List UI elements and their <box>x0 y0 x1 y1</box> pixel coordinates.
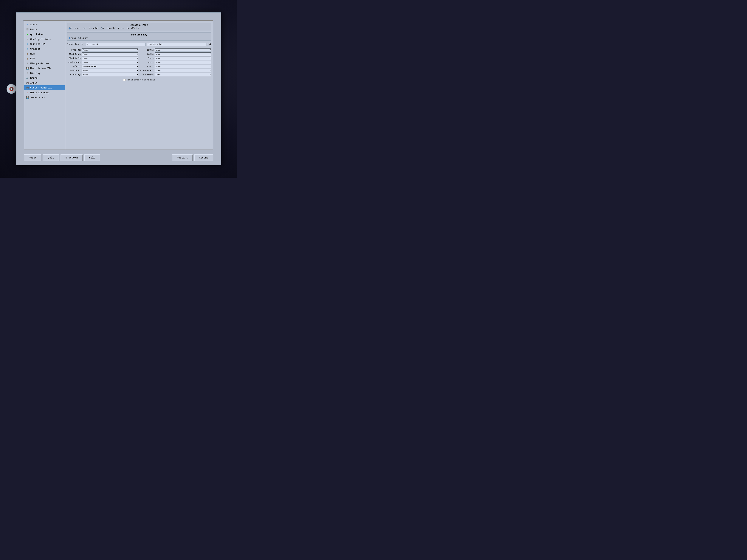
sidebar-item-savestates[interactable]: 💾Savestates <box>24 95 65 100</box>
joystick-option-parallel1[interactable]: 2: Parallel 1 <box>101 27 119 29</box>
radio-diamond-mouse <box>69 27 71 29</box>
radio-diamond-parallel1 <box>101 27 103 29</box>
sidebar-label-hd: Hard drives/CD <box>30 67 51 70</box>
sidebar-label-quickstart: Quickstart <box>30 33 45 36</box>
control-left-select-2[interactable]: None <box>82 57 138 60</box>
control-left-select-4[interactable]: None (HotKey) <box>82 65 138 68</box>
sidebar-item-chipset[interactable]: ⊟Chipset <box>24 47 65 51</box>
sidebar-item-cpu-fpu[interactable]: ⊟CPU and FPU <box>24 42 65 47</box>
input-r-badge: [R] <box>207 43 211 46</box>
control-left-select-0[interactable]: None <box>82 48 138 52</box>
help-button[interactable]: Help <box>84 154 100 161</box>
input-device-label: Input Device: <box>67 43 85 46</box>
input-device-field2[interactable]: USB Joystick <box>147 43 206 46</box>
control-right-2: East:None▼ <box>140 57 211 60</box>
control-left-select-1[interactable]: None <box>82 52 138 56</box>
control-left-dropdown-4[interactable]: None (HotKey)▼ <box>82 65 138 68</box>
control-right-dropdown-2[interactable]: None▼ <box>155 57 211 60</box>
sidebar-item-custom[interactable]: 🎮Custom controls <box>24 85 65 90</box>
sidebar-item-configurations[interactable]: ⊞Configurations <box>24 37 65 42</box>
funckey-option-hotkey[interactable]: HotKey <box>78 37 87 39</box>
sidebar-item-rom[interactable]: ▦ROM <box>24 51 65 56</box>
control-right-dropdown-3[interactable]: None▼ <box>155 61 211 64</box>
control-right-select-1[interactable]: None <box>155 52 211 56</box>
sidebar-item-quickstart[interactable]: ▶Quickstart <box>24 32 65 37</box>
remap-dpad-checkbox[interactable] <box>123 79 126 81</box>
sidebar-label-ram: RAM <box>30 57 34 60</box>
control-right-dropdown-1[interactable]: None▼ <box>155 52 211 56</box>
sidebar-icon-custom: 🎮 <box>26 86 29 89</box>
sidebar-item-hd[interactable]: 💾Hard drives/CD <box>24 66 65 71</box>
joystick-option-joystick[interactable]: 1: Joystick <box>83 27 99 29</box>
control-right-select-0[interactable]: None <box>155 48 211 52</box>
control-right-dropdown-5[interactable]: None▼ <box>155 69 211 72</box>
control-left-dropdown-5[interactable]: None▼ <box>82 69 138 72</box>
reset-button[interactable]: Reset <box>24 154 42 161</box>
control-right-select-4[interactable]: None <box>155 65 211 68</box>
quit-button[interactable]: Quit <box>43 154 59 161</box>
sidebar-icon-misc: ⚙ <box>26 91 29 94</box>
sidebar-label-paths: Paths <box>30 28 37 31</box>
control-left-dropdown-1[interactable]: None▼ <box>82 52 138 56</box>
control-right-dropdown-6[interactable]: None▼ <box>155 73 211 76</box>
sidebar-item-floppy[interactable]: 🖥Floppy drives <box>24 61 65 66</box>
joystick-option-parallel2[interactable]: 3: Parallel 2 <box>121 27 139 29</box>
sidebar-item-paths[interactable]: 🖼Paths <box>24 27 65 32</box>
sidebar-item-display[interactable]: 🖥Display <box>24 71 65 76</box>
sidebar-icon-savestates: 💾 <box>26 96 29 99</box>
control-right-4: Start:None▼ <box>140 65 211 68</box>
control-left-select-3[interactable]: None <box>82 61 138 64</box>
sidebar-item-ram[interactable]: ▦RAM <box>24 56 65 61</box>
bottom-bar: Reset Quit Shutdown Help Restart Resume <box>24 154 213 161</box>
sidebar-icon-input: 🎮 <box>26 81 29 85</box>
control-right-select-3[interactable]: None <box>155 61 211 64</box>
sidebar-icon-chipset: ⊟ <box>26 47 29 51</box>
sidebar-label-input: Input <box>30 82 37 84</box>
sidebar-icon-rom: ▦ <box>26 52 29 55</box>
sidebar-label-sound: Sound <box>30 77 37 80</box>
input-device-field1[interactable]: Microntek <box>86 43 146 46</box>
control-left-dropdown-0[interactable]: None▼ <box>82 48 138 52</box>
control-left-dropdown-6[interactable]: None▼ <box>82 73 138 76</box>
content-area: Joystick Port 0: Mouse 1: Joystick 2: <box>66 21 213 150</box>
mute-icon[interactable]: 🔇 <box>6 84 16 94</box>
control-right-select-2[interactable]: None <box>155 57 211 60</box>
sidebar-item-about[interactable]: ✔About <box>24 22 65 27</box>
joystick-label-mouse: 0: Mouse <box>71 27 81 29</box>
control-right-dropdown-0[interactable]: None▼ <box>155 48 211 52</box>
control-left-select-5[interactable]: None <box>82 69 138 72</box>
sidebar-item-sound[interactable]: 🔊Sound <box>24 76 65 80</box>
control-left-dropdown-2[interactable]: None▼ <box>82 57 138 60</box>
control-left-label-3: DPad Right: <box>67 61 81 63</box>
control-right-select-6[interactable]: None <box>155 73 211 76</box>
funckey-label-none: None <box>71 37 76 39</box>
control-left-4: Select:None (HotKey)▼ <box>67 65 138 68</box>
sidebar-item-misc[interactable]: ⚙Miscellaneous <box>24 90 65 95</box>
sidebar-item-input[interactable]: 🎮Input <box>24 80 65 85</box>
radio-diamond-parallel2 <box>121 27 123 29</box>
control-left-dropdown-3[interactable]: None▼ <box>82 61 138 64</box>
control-left-3: DPad Right:None▼ <box>67 61 138 64</box>
sidebar-label-savestates: Savestates <box>30 96 45 99</box>
control-left-label-0: DPad Up: <box>67 49 81 51</box>
sidebar-label-misc: Miscellaneous <box>30 91 49 94</box>
radio-diamond-joystick <box>83 27 85 29</box>
joystick-option-mouse[interactable]: 0: Mouse <box>69 27 81 29</box>
sidebar-label-custom: Custom controls <box>30 86 52 89</box>
control-right-0: North:None▼ <box>140 48 211 52</box>
restart-button[interactable]: Restart <box>172 154 193 161</box>
control-left-select-6[interactable]: None <box>82 73 138 76</box>
sidebar-icon-display: 🖥 <box>26 72 29 75</box>
sidebar-label-about: About <box>30 23 37 26</box>
sidebar-icon-paths: 🖼 <box>26 28 29 31</box>
control-right-select-5[interactable]: None <box>155 69 211 72</box>
shutdown-button[interactable]: Shutdown <box>60 154 83 161</box>
sidebar-label-configurations: Configurations <box>30 38 51 41</box>
control-left-label-4: Select: <box>67 65 81 68</box>
funckey-option-none[interactable]: None <box>69 37 76 39</box>
control-right-1: South:None▼ <box>140 52 211 56</box>
control-left-label-6: L.Analog: <box>67 74 81 76</box>
control-right-dropdown-4[interactable]: None▼ <box>155 65 211 68</box>
input-device-value2: USB Joystick <box>148 43 163 46</box>
resume-button[interactable]: Resume <box>194 154 213 161</box>
